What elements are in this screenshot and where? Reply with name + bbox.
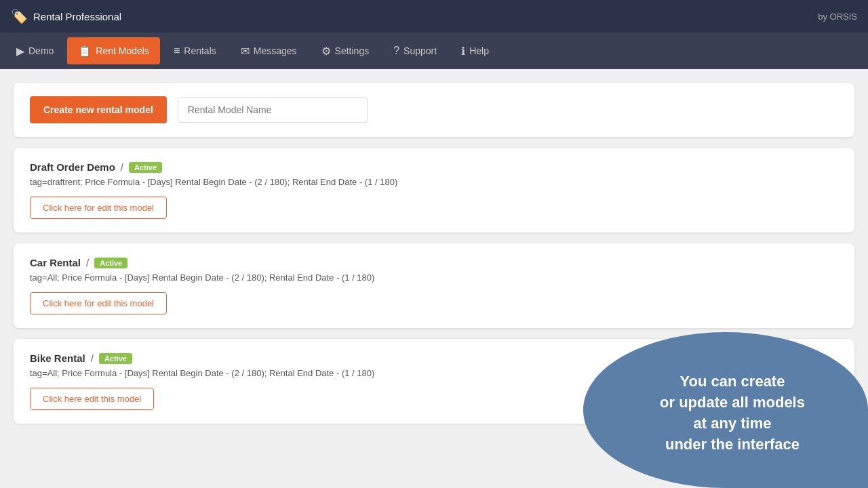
nav-item-messages[interactable]: ✉ Messages [230,37,308,64]
app-bar-by: by ORSIS [818,12,857,22]
edit-button-1[interactable]: Click here for edit this model [30,292,167,314]
app-bar: 🏷️ Rental Professional by ORSIS [0,0,868,33]
nav-label-rentals: Rentals [184,45,216,56]
support-icon: ? [393,45,399,57]
model-header-1: Car Rental / Active [30,257,838,268]
nav-label-help: Help [469,45,489,56]
model-name-0: Draft Order Demo [30,161,115,173]
nav-item-settings[interactable]: ⚙ Settings [311,37,380,64]
nav-item-help[interactable]: ℹ Help [450,37,500,64]
nav-label-demo: Demo [28,45,54,56]
app-logo-icon: 🏷️ [11,8,28,24]
model-desc-0: tag=draftrent; Price Formula - [Days] Re… [30,177,838,187]
rent-models-icon: 📋 [78,45,92,58]
model-name-2: Bike Rental [30,352,85,364]
model-desc-1: tag=All; Price Formula - [Days] Rental B… [30,272,838,283]
play-icon: ▶ [16,45,24,58]
nav-bar: ▶ Demo 📋 Rent Models ≡ Rentals ✉ Message… [0,33,868,69]
nav-label-messages: Messages [254,45,297,56]
model-card-draft-order-demo: Draft Order Demo / Active tag=draftrent;… [14,148,854,232]
rentals-icon: ≡ [174,45,180,57]
nav-label-rent-models: Rent Models [96,45,149,56]
create-rental-model-button[interactable]: Create new rental model [30,96,167,123]
model-name-1: Car Rental [30,257,81,268]
app-bar-left: 🏷️ Rental Professional [11,8,121,24]
nav-item-support[interactable]: ? Support [382,37,448,64]
edit-button-2[interactable]: Click here edit this model [30,388,154,410]
help-icon: ℹ [461,45,465,58]
nav-item-rent-models[interactable]: 📋 Rent Models [67,37,160,64]
nav-item-demo[interactable]: ▶ Demo [5,37,64,64]
status-badge-1: Active [94,258,127,268]
status-badge-2: Active [99,353,132,364]
nav-label-support: Support [403,45,437,56]
status-badge-0: Active [129,162,162,173]
tooltip-text: You can createor update all modelsat any… [660,371,805,455]
rental-model-name-input[interactable] [178,97,368,123]
model-header-0: Draft Order Demo / Active [30,161,838,173]
edit-button-0[interactable]: Click here for edit this model [30,197,167,219]
app-title: Rental Professional [33,11,121,22]
nav-label-settings: Settings [335,45,370,56]
tooltip-bubble: You can createor update all modelsat any… [583,332,868,488]
settings-icon: ⚙ [321,45,331,58]
model-card-car-rental: Car Rental / Active tag=All; Price Formu… [14,243,854,328]
messages-icon: ✉ [241,45,250,58]
nav-item-rentals[interactable]: ≡ Rentals [163,37,227,64]
create-card: Create new rental model [14,83,854,137]
